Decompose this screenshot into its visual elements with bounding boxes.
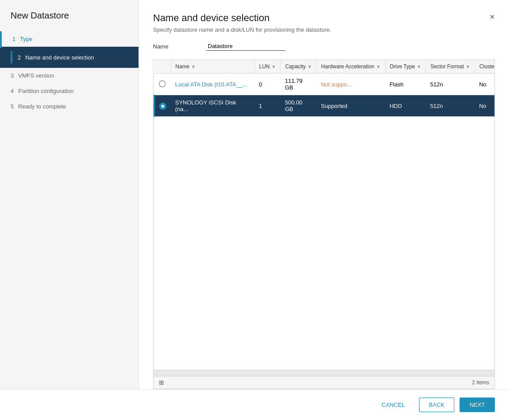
back-button[interactable]: BACK bbox=[419, 398, 454, 412]
table-row[interactable]: Local ATA Disk (t10.ATA__... 0 111.79 GB… bbox=[154, 74, 495, 95]
page-subtitle: Specify datastore name and a disk/LUN fo… bbox=[153, 26, 495, 33]
row1-radio[interactable] bbox=[159, 80, 166, 87]
sidebar: New Datastore 1 Type 2 Name and device s… bbox=[0, 0, 139, 389]
step5-num: 5 bbox=[11, 103, 14, 110]
cancel-button[interactable]: CANCEL bbox=[373, 398, 414, 412]
row1-drive: Flash bbox=[385, 74, 426, 95]
row2-capacity: 500.00 GB bbox=[281, 95, 317, 117]
new-datastore-dialog: New Datastore 1 Type 2 Name and device s… bbox=[0, 0, 509, 420]
step1-label: Type bbox=[20, 36, 32, 42]
page-title: Name and device selection bbox=[153, 12, 269, 24]
col-name-header[interactable]: Name ▼ bbox=[171, 60, 254, 74]
sector-filter-icon[interactable]: ▼ bbox=[466, 64, 470, 69]
sidebar-item-name-device[interactable]: 2 Name and device selection bbox=[0, 47, 138, 68]
step5-label: Ready to complete bbox=[18, 103, 66, 110]
close-button[interactable]: × bbox=[490, 12, 495, 21]
dialog-footer: CANCEL BACK NEXT bbox=[0, 389, 509, 420]
drive-filter-icon[interactable]: ▼ bbox=[417, 64, 421, 69]
col-drive-header[interactable]: Drive Type ▼ bbox=[385, 60, 426, 74]
horizontal-scrollbar[interactable] bbox=[153, 370, 494, 376]
row2-hw: Supported bbox=[317, 95, 385, 117]
sidebar-item-vmfs[interactable]: 3 VMFS version bbox=[0, 68, 138, 83]
main-content: Name and device selection × Specify data… bbox=[139, 0, 509, 389]
row2-sector: 512n bbox=[426, 95, 475, 117]
table-footer: ⊞ 2 items bbox=[153, 376, 494, 389]
sidebar-item-ready[interactable]: 5 Ready to complete bbox=[0, 99, 138, 114]
col-clustered-header[interactable]: Clustered VMDK Supported ▼ bbox=[475, 60, 494, 74]
col-lun-header[interactable]: LUN ▼ bbox=[254, 60, 281, 74]
step2-label: Name and device selection bbox=[25, 54, 94, 61]
col-capacity-header[interactable]: Capacity ▼ bbox=[281, 60, 317, 74]
step4-num: 4 bbox=[11, 88, 14, 94]
name-label: Name bbox=[153, 43, 206, 50]
items-count: 2 items bbox=[472, 379, 489, 386]
device-table: Name ▼ LUN ▼ bbox=[153, 59, 495, 389]
row1-lun: 0 bbox=[254, 74, 281, 95]
columns-icon[interactable]: ⊞ bbox=[159, 379, 164, 386]
next-button[interactable]: NEXT bbox=[460, 398, 495, 412]
step1-num: 1 bbox=[12, 36, 15, 42]
row1-clustered: No bbox=[475, 74, 494, 95]
col-select-header bbox=[154, 60, 171, 74]
lun-filter-icon[interactable]: ▼ bbox=[272, 64, 276, 69]
row1-name: Local ATA Disk (t10.ATA__... bbox=[171, 74, 254, 95]
step3-label: VMFS version bbox=[18, 72, 54, 79]
row1-sector: 512n bbox=[426, 74, 475, 95]
sidebar-item-partition[interactable]: 4 Partition configuration bbox=[0, 83, 138, 99]
row2-name: SYNOLOGY iSCSI Disk (na... bbox=[171, 95, 254, 117]
table-row[interactable]: SYNOLOGY iSCSI Disk (na... 1 500.00 GB S… bbox=[154, 95, 495, 117]
row2-radio[interactable] bbox=[159, 103, 166, 110]
col-hw-header[interactable]: Hardware Acceleration ▼ bbox=[317, 60, 385, 74]
step4-label: Partition configuration bbox=[18, 88, 74, 94]
hw-filter-icon[interactable]: ▼ bbox=[376, 64, 381, 69]
capacity-filter-icon[interactable]: ▼ bbox=[307, 64, 312, 69]
step3-num: 3 bbox=[11, 72, 14, 79]
row2-drive: HDD bbox=[385, 95, 426, 117]
row2-clustered: No bbox=[475, 95, 494, 117]
dialog-title: New Datastore bbox=[0, 11, 138, 31]
sidebar-item-type[interactable]: 1 Type bbox=[0, 31, 138, 47]
step2-num: 2 bbox=[18, 54, 21, 61]
name-input[interactable] bbox=[206, 42, 285, 51]
row1-hw: Not suppo... bbox=[317, 74, 385, 95]
name-filter-icon[interactable]: ▼ bbox=[191, 64, 196, 69]
col-sector-header[interactable]: Sector Format ▼ bbox=[426, 60, 475, 74]
row2-lun: 1 bbox=[254, 95, 281, 117]
row1-capacity: 111.79 GB bbox=[281, 74, 317, 95]
